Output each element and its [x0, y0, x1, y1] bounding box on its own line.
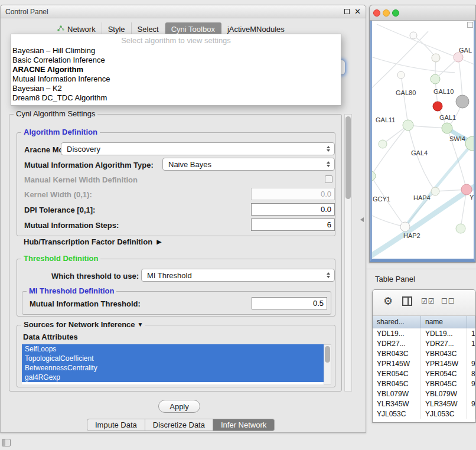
network-node[interactable]: [403, 120, 413, 131]
mi-type-select[interactable]: Naive Bayes: [162, 158, 335, 171]
sources-title[interactable]: Sources for Network Inference ▼: [21, 320, 145, 329]
panel-corner-icon[interactable]: [2, 439, 11, 446]
node-label-gal11[interactable]: GAL11: [376, 116, 395, 123]
scrollbar-thumb[interactable]: [345, 116, 351, 199]
network-node[interactable]: [431, 187, 439, 195]
dropdown-option[interactable]: Basic Correlation Inference: [11, 56, 341, 65]
column-header[interactable]: shared...: [373, 316, 421, 328]
tab-label: Discretize Data: [153, 420, 205, 429]
dpi-tolerance-input[interactable]: [251, 203, 335, 216]
node-label-gal[interactable]: GAL: [459, 47, 472, 54]
network-node[interactable]: [442, 123, 452, 133]
network-node[interactable]: [379, 140, 387, 148]
node-label-hap4[interactable]: HAP4: [413, 194, 431, 201]
tab-infer-network[interactable]: Infer Network: [213, 419, 275, 431]
tab-label: jActiveMNodules: [227, 25, 285, 34]
mi-steps-input[interactable]: [251, 219, 335, 231]
network-node[interactable]: [456, 224, 465, 233]
table-row[interactable]: YDR27... YDR27... 12: [373, 338, 475, 348]
settings-scrollbar[interactable]: [344, 114, 352, 392]
node-label-gal1[interactable]: GAL1: [439, 114, 456, 121]
table-row[interactable]: YER054C YER054C 8.: [373, 369, 475, 379]
kernel-width-input[interactable]: [251, 188, 335, 200]
network-node[interactable]: [410, 32, 417, 39]
dropdown-option-highlighted[interactable]: ARACNE Algorithm: [11, 65, 341, 74]
dpi-tolerance-label: DPI Tolerance [0,1]:: [24, 206, 95, 214]
window-title: Control Panel: [5, 8, 48, 16]
gear-icon[interactable]: ⚙: [383, 295, 393, 308]
combo-arrows-icon: [324, 146, 333, 152]
mi-threshold-input[interactable]: [252, 297, 327, 309]
zoom-traffic-light-icon[interactable]: [392, 9, 399, 17]
dropdown-option[interactable]: Bayesian – K2: [11, 84, 341, 93]
node-label-gal80[interactable]: GAL80: [396, 89, 416, 96]
expand-down-icon[interactable]: ▼: [138, 321, 144, 328]
desktop: Control Panel ✕ Network Style Select Cyn…: [0, 0, 476, 450]
mi-threshold-definition-group: MI Threshold Definition Mutual Informati…: [22, 291, 331, 315]
attribute-list-scrollbar[interactable]: [324, 344, 331, 384]
network-thick-edges: [372, 128, 474, 257]
network-node[interactable]: [432, 54, 440, 62]
tab-discretize-data[interactable]: Discretize Data: [145, 419, 213, 431]
network-node[interactable]: [456, 95, 469, 108]
table-row[interactable]: YDL19... YDL19... 13: [373, 328, 475, 338]
canvas-corner-box[interactable]: [467, 22, 473, 28]
tab-label: Select: [138, 25, 159, 34]
list-item[interactable]: TopologicalCoefficient: [22, 354, 324, 363]
close-window-icon[interactable]: ✕: [354, 9, 361, 15]
aracne-mode-value: Discovery: [61, 145, 324, 154]
node-label-y[interactable]: Y: [470, 194, 474, 201]
dropdown-option[interactable]: Dream8 DC_TDC Algorithm: [11, 93, 341, 103]
network-node[interactable]: [400, 222, 410, 231]
which-threshold-select[interactable]: MI Threshold: [141, 269, 335, 282]
manual-kernel-checkbox[interactable]: [325, 175, 332, 183]
hub-definition-toggle[interactable]: Hub/Transcription Factor Definition ▶: [24, 237, 162, 246]
network-node[interactable]: [397, 71, 405, 79]
network-tab-icon: [57, 25, 64, 34]
columns-icon[interactable]: [402, 296, 412, 306]
node-label-gcy1[interactable]: GCY1: [373, 195, 390, 203]
node-label-hap2[interactable]: HAP2: [403, 232, 420, 239]
network-canvas[interactable]: GAL GAL80 GAL10 GAL11 GAL1 SWI4 GAL4 GCY…: [370, 21, 475, 262]
apply-button[interactable]: Apply: [158, 400, 200, 413]
node-label-gal10[interactable]: GAL10: [433, 88, 454, 95]
select-all-columns-icon[interactable]: ☑☑: [421, 297, 435, 305]
tab-label: Network: [67, 25, 96, 34]
network-view-window: GAL GAL80 GAL10 GAL11 GAL1 SWI4 GAL4 GCY…: [369, 5, 476, 263]
column-header[interactable]: [467, 316, 475, 328]
table-row[interactable]: YJL053C YJL053C: [373, 409, 475, 419]
dropdown-option[interactable]: Bayesian – Hill Climbing: [11, 46, 341, 56]
control-panel-titlebar[interactable]: Control Panel ✕: [1, 5, 366, 18]
network-node[interactable]: [372, 171, 376, 181]
close-traffic-light-icon[interactable]: [373, 9, 380, 17]
list-item[interactable]: BetweennessCentrality: [22, 363, 324, 373]
network-window-titlebar[interactable]: [370, 5, 475, 21]
list-item[interactable]: SelfLoops: [22, 344, 324, 354]
list-item[interactable]: gal4RGexp: [22, 373, 324, 382]
mi-threshold-definition-title: MI Threshold Definition: [27, 286, 116, 295]
tab-label: Impute Data: [95, 420, 137, 429]
float-window-icon[interactable]: [344, 9, 350, 14]
table-row[interactable]: YBR043C YBR043C: [373, 348, 475, 358]
network-node-selected[interactable]: [433, 102, 442, 111]
algorithm-definition-title: Algorithm Definition: [21, 128, 100, 136]
splitter-handle-icon[interactable]: [360, 217, 364, 222]
node-label-swi4[interactable]: SWI4: [449, 135, 465, 142]
aracne-mode-select[interactable]: Discovery: [61, 142, 335, 155]
column-header[interactable]: name: [421, 316, 467, 328]
table-row[interactable]: YLR345W YLR345W 9.: [373, 399, 475, 409]
attribute-list[interactable]: SelfLoops TopologicalCoefficient Between…: [22, 344, 324, 384]
network-node[interactable]: [431, 74, 440, 84]
minimize-traffic-light-icon[interactable]: [383, 9, 390, 17]
table-row[interactable]: YBR045C YBR045C 9.: [373, 379, 475, 389]
node-label-gal4[interactable]: GAL4: [411, 149, 428, 156]
dropdown-option[interactable]: Mutual Information Inference: [11, 74, 341, 84]
network-node[interactable]: [454, 53, 463, 62]
deselect-all-columns-icon[interactable]: ☐☐: [441, 297, 455, 305]
scrollbar-thumb[interactable]: [325, 346, 330, 363]
table-row[interactable]: YPR145W YPR145W 9.: [373, 358, 475, 369]
table-row[interactable]: YBL079W YBL079W: [373, 389, 475, 399]
mi-type-value: Naive Bayes: [163, 160, 324, 169]
collapse-right-icon[interactable]: ▶: [157, 238, 161, 246]
tab-impute-data[interactable]: Impute Data: [87, 419, 145, 431]
